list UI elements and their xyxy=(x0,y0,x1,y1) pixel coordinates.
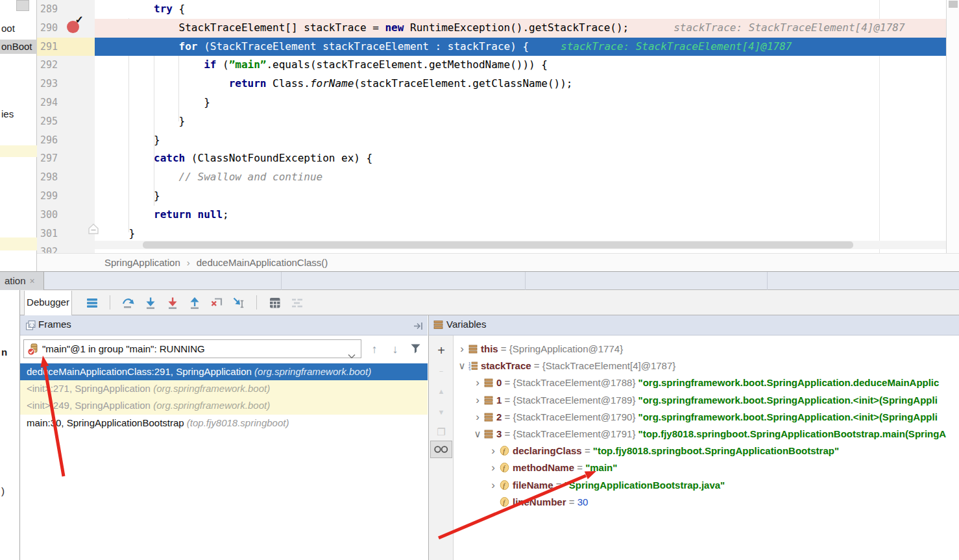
code-line[interactable]: for (StackTraceElement stackTraceElement… xyxy=(95,38,946,56)
stack-frame-row[interactable]: <init>:249, SpringApplication (org.sprin… xyxy=(20,397,428,414)
thread-suspended-icon xyxy=(27,343,40,361)
frame-up-icon[interactable]: ↑ xyxy=(367,341,382,357)
frame-down-icon[interactable]: ↓ xyxy=(387,341,403,357)
restore-layout-icon[interactable] xyxy=(413,321,423,332)
step-over-icon[interactable] xyxy=(120,295,137,311)
thread-selector-value: "main"@1 in group "main": RUNNING xyxy=(42,340,205,358)
frame-package: (org.springframework.boot) xyxy=(254,366,371,377)
breadcrumb-class[interactable]: SpringApplication xyxy=(102,257,183,268)
thread-selector[interactable]: "main"@1 in group "main": RUNNING xyxy=(23,339,361,358)
variable-string-value: "top.fjy8018.springboot.SpringApplicatio… xyxy=(593,445,839,456)
equals-sign: = xyxy=(502,428,513,439)
close-icon[interactable]: × xyxy=(30,276,35,286)
code-line[interactable]: StackTraceElement[] stackTrace = new Run… xyxy=(95,19,946,38)
code-token: ; xyxy=(223,208,229,221)
line-number: 296 xyxy=(37,131,95,150)
field-icon: f xyxy=(500,461,509,478)
step-out-icon[interactable] xyxy=(186,295,203,311)
line-number: 297 xyxy=(37,149,95,168)
panel-divider[interactable] xyxy=(428,315,429,560)
variable-row[interactable]: ∨123stackTrace = {StackTraceElement[4]@1… xyxy=(455,358,959,374)
variable-row[interactable]: flineNumber = 30 xyxy=(487,494,959,511)
fold-end-icon[interactable] xyxy=(88,223,99,237)
code-token: for xyxy=(179,40,198,53)
project-item-fragment: ) xyxy=(1,485,5,496)
variable-string-value: "main" xyxy=(585,462,617,473)
project-item-fragment: n xyxy=(1,347,7,358)
variable-row[interactable]: ∨3 = {StackTraceElement@1791} "top.fjy80… xyxy=(471,426,959,443)
chevron-expanded-icon[interactable]: ∨ xyxy=(471,426,484,443)
variable-row[interactable]: ›0 = {StackTraceElement@1788} "org.sprin… xyxy=(471,374,959,391)
duplicate-icon[interactable]: ❐ xyxy=(433,424,449,440)
stack-frame-row[interactable]: deduceMainApplicationClass:291, SpringAp… xyxy=(20,363,428,380)
variable-row[interactable]: ›fmethodName = "main" xyxy=(487,459,959,476)
code-line[interactable]: } xyxy=(95,187,946,206)
code-line[interactable]: if (”main”.equals(stackTraceElement.getM… xyxy=(95,56,946,75)
code-token: } xyxy=(129,227,136,239)
equals-sign: = xyxy=(502,377,513,388)
drop-frame-icon[interactable] xyxy=(208,295,225,311)
evaluate-expression-icon[interactable] xyxy=(267,295,284,311)
code-line[interactable]: try { xyxy=(95,0,946,19)
breakpoint-verified-check-icon: ✓ xyxy=(75,14,84,26)
chevron-down-icon[interactable] xyxy=(348,347,356,364)
variable-number-value: 30 xyxy=(577,496,589,507)
code-token: ”main” xyxy=(229,58,267,71)
code-token: // Swallow and continue xyxy=(179,171,323,183)
chevron-collapsed-icon[interactable]: › xyxy=(487,443,500,459)
code-line[interactable]: } xyxy=(95,93,946,112)
code-line[interactable]: } xyxy=(95,112,946,131)
object-icon xyxy=(484,427,493,444)
code-line[interactable]: // Swallow and continue xyxy=(95,168,946,187)
variable-row[interactable]: ›this = {SpringApplication@1774} xyxy=(455,341,959,358)
code-text: } xyxy=(95,189,160,202)
remove-watch-icon[interactable]: − xyxy=(433,363,449,379)
chevron-collapsed-icon[interactable]: › xyxy=(487,459,500,476)
step-into-icon[interactable] xyxy=(142,295,159,311)
stack-frame-row[interactable]: <init>:271, SpringApplication (org.sprin… xyxy=(20,380,428,397)
move-up-icon[interactable]: ▲ xyxy=(433,383,449,399)
variable-reference: {SpringApplication@1774} xyxy=(509,343,623,354)
editor-gutter[interactable]: 2892902912922932942952962972982993003013… xyxy=(37,0,95,253)
variable-row[interactable]: ›2 = {StackTraceElement@1790} "org.sprin… xyxy=(471,409,959,426)
show-execution-point-icon[interactable] xyxy=(84,295,101,311)
tab-debugger[interactable]: Debugger xyxy=(24,291,72,315)
breakpoint-icon[interactable]: ✓ xyxy=(67,21,79,33)
code-text: } xyxy=(95,227,135,239)
chevron-collapsed-icon[interactable]: › xyxy=(471,409,484,426)
code-line[interactable]: return null; xyxy=(95,206,946,225)
stack-frame-row[interactable]: main:30, SpringApplicationBootstrap (top… xyxy=(20,415,428,432)
project-scrollbar-thumb[interactable] xyxy=(16,0,29,11)
frame-package: (org.springframework.boot) xyxy=(153,400,270,411)
code-token: try xyxy=(154,3,179,15)
variable-row[interactable]: ›fdeclaringClass = "top.fjy8018.springbo… xyxy=(487,443,959,459)
toolbar-separator xyxy=(110,295,110,310)
code-line[interactable]: return Class.forName(stackTraceElement.g… xyxy=(95,75,946,93)
code-line[interactable]: catch (ClassNotFoundException ex) { xyxy=(95,149,946,168)
code-line[interactable]: } xyxy=(95,131,946,150)
move-down-icon[interactable]: ▼ xyxy=(433,404,449,420)
force-step-into-icon[interactable] xyxy=(164,295,181,311)
hide-library-frames-filter-icon[interactable] xyxy=(410,343,421,356)
code-area[interactable]: try { StackTraceElement[] stackTrace = n… xyxy=(95,0,946,253)
add-watch-icon[interactable]: + xyxy=(433,343,449,358)
debug-tabstrip: ation× xyxy=(0,271,959,290)
trace-stream-icon[interactable] xyxy=(289,295,306,311)
chevron-collapsed-icon[interactable]: › xyxy=(471,374,484,391)
variable-string-value: "SpringApplicationBootstrap.java" xyxy=(564,480,725,491)
variable-string-value: "top.fjy8018.springboot.SpringApplicatio… xyxy=(638,428,947,439)
variable-row[interactable]: ›1 = {StackTraceElement@1789} "org.sprin… xyxy=(471,392,959,409)
code-token: return xyxy=(154,208,191,221)
breadcrumb-method[interactable]: deduceMainApplicationClass() xyxy=(194,257,331,268)
run-to-cursor-icon[interactable] xyxy=(230,295,247,311)
chevron-collapsed-icon[interactable]: › xyxy=(487,477,500,494)
variable-row[interactable]: ›ffileName = "SpringApplicationBootstrap… xyxy=(487,477,959,494)
chevron-expanded-icon[interactable]: ∨ xyxy=(455,358,468,374)
vertical-scrollbar-thumb[interactable] xyxy=(949,1,958,8)
chevron-collapsed-icon[interactable]: › xyxy=(455,341,468,358)
show-watches-icon[interactable] xyxy=(430,441,452,458)
project-item-highlight xyxy=(0,237,37,250)
chevron-collapsed-icon[interactable]: › xyxy=(471,392,484,409)
debug-session-tab[interactable]: ation× xyxy=(0,272,44,290)
horizontal-scrollbar-thumb[interactable] xyxy=(143,241,853,249)
